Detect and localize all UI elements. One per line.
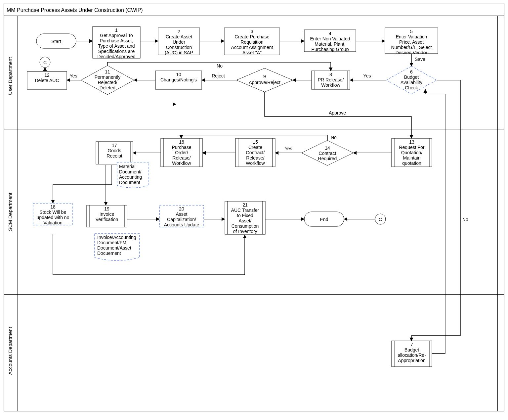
svg-text:No: No bbox=[462, 217, 468, 222]
node-14: 14 Contract Required bbox=[302, 140, 353, 165]
svg-text:of Inventory: of Inventory bbox=[233, 229, 257, 234]
note-invoice-document: Invoice/Accounting Document/FM Document/… bbox=[95, 234, 140, 260]
svg-text:Under: Under bbox=[173, 39, 185, 45]
svg-text:updated with no: updated with no bbox=[37, 215, 69, 220]
svg-text:Approve: Approve bbox=[329, 110, 346, 116]
svg-text:Asset/: Asset/ bbox=[239, 218, 252, 223]
svg-text:1: 1 bbox=[115, 27, 118, 33]
svg-text:Required: Required bbox=[318, 156, 337, 161]
svg-text:Appropriation: Appropriation bbox=[398, 358, 425, 363]
svg-text:Permanently: Permanently bbox=[95, 74, 121, 80]
svg-text:Enter Non Valuated: Enter Non Valuated bbox=[310, 36, 350, 41]
svg-text:Construction: Construction bbox=[166, 45, 192, 50]
lane-accounts-label: Accounts Department bbox=[7, 327, 13, 375]
svg-text:Budget: Budget bbox=[404, 347, 419, 352]
node-13: 13Request ForQuotation/Maintainquotation bbox=[392, 138, 432, 167]
svg-text:AUC Transfer: AUC Transfer bbox=[231, 208, 259, 213]
svg-text:Create: Create bbox=[248, 145, 262, 150]
node-21: 21AUC Transferto FixedAsset/Consumptiono… bbox=[225, 201, 265, 234]
node-7: 7Budgetallocation/Re-Appropriation bbox=[392, 341, 432, 367]
lane-user-label: User Department bbox=[7, 57, 13, 95]
node-8: 8PR Release/Workflow bbox=[312, 71, 350, 89]
node-start: Start bbox=[36, 34, 76, 48]
svg-text:4: 4 bbox=[329, 31, 331, 36]
svg-text:Enter Valuation: Enter Valuation bbox=[396, 34, 427, 39]
svg-text:PR Release/: PR Release/ bbox=[318, 77, 344, 82]
svg-text:Release/: Release/ bbox=[246, 155, 264, 161]
svg-text:Yes: Yes bbox=[363, 73, 371, 78]
svg-text:19: 19 bbox=[104, 206, 109, 211]
connector-c-scm: C bbox=[375, 214, 386, 224]
svg-text:Yes: Yes bbox=[70, 73, 77, 78]
svg-text:Number/G/L, Select: Number/G/L, Select bbox=[391, 45, 432, 50]
node-10: 10Changes/Noting's bbox=[155, 71, 202, 89]
svg-text:Specifications are: Specifications are bbox=[98, 49, 135, 54]
svg-text:Reject: Reject bbox=[212, 73, 225, 78]
svg-text:Request For: Request For bbox=[399, 145, 424, 150]
node-17: 17GoodsReceipt bbox=[96, 142, 133, 164]
svg-text:15: 15 bbox=[253, 139, 258, 145]
connector-c-top: C bbox=[40, 57, 50, 68]
svg-text:Document/FM: Document/FM bbox=[97, 240, 126, 245]
svg-text:Goods: Goods bbox=[107, 148, 121, 153]
svg-text:Purchasing Group: Purchasing Group bbox=[312, 47, 349, 52]
svg-text:Asset "A": Asset "A" bbox=[242, 50, 262, 55]
node-12: 12Delete AUC bbox=[27, 71, 67, 89]
svg-text:Consumption: Consumption bbox=[232, 223, 259, 229]
svg-text:Material: Material bbox=[119, 164, 136, 169]
svg-text:Release/: Release/ bbox=[172, 155, 190, 161]
svg-text:Quotation/: Quotation/ bbox=[401, 150, 423, 155]
svg-text:C: C bbox=[379, 217, 382, 222]
svg-text:Start: Start bbox=[51, 39, 61, 44]
svg-text:Decided/Approved: Decided/Approved bbox=[97, 54, 135, 59]
svg-text:Get Approval To: Get Approval To bbox=[100, 33, 133, 38]
svg-text:Invoice: Invoice bbox=[100, 211, 114, 217]
svg-text:Document/Asset: Document/Asset bbox=[97, 245, 131, 251]
svg-text:7: 7 bbox=[410, 342, 413, 347]
node-15: 15CreateContract/Release/Workflow bbox=[235, 138, 275, 167]
node-6: 6 Budget Availability Check bbox=[386, 66, 437, 94]
svg-text:2: 2 bbox=[178, 29, 180, 34]
svg-text:to Fixed: to Fixed bbox=[237, 213, 253, 218]
svg-text:Changes/Noting's: Changes/Noting's bbox=[160, 77, 197, 82]
svg-text:Material, Plant,: Material, Plant, bbox=[315, 41, 345, 47]
node-2: 2Create AssetUnderConstruction(AUC) in S… bbox=[158, 28, 200, 55]
svg-text:8: 8 bbox=[329, 72, 332, 77]
svg-text:End: End bbox=[320, 217, 328, 222]
decoration-triangle bbox=[173, 103, 176, 106]
svg-text:C: C bbox=[43, 60, 47, 65]
svg-text:Workflow: Workflow bbox=[246, 161, 265, 166]
svg-text:21: 21 bbox=[242, 202, 248, 208]
svg-text:6: 6 bbox=[410, 69, 413, 74]
svg-text:Create Purchase: Create Purchase bbox=[234, 34, 269, 39]
svg-text:Rejected/: Rejected/ bbox=[98, 80, 117, 85]
svg-text:12: 12 bbox=[44, 72, 50, 78]
node-1: 1Get Approval ToPurchase Asset,Type of A… bbox=[93, 26, 140, 59]
svg-text:Capitalization/: Capitalization/ bbox=[167, 217, 196, 222]
lane-scm-label: SCM Department bbox=[7, 192, 13, 231]
svg-text:Document/: Document/ bbox=[119, 169, 142, 174]
svg-text:11: 11 bbox=[105, 69, 110, 74]
svg-text:Purchase Asset,: Purchase Asset, bbox=[100, 38, 133, 43]
svg-text:Purchase: Purchase bbox=[172, 145, 191, 150]
svg-text:Delete AUC: Delete AUC bbox=[35, 78, 59, 83]
svg-text:Price, Asset: Price, Asset bbox=[399, 39, 424, 45]
svg-text:Availability: Availability bbox=[401, 80, 422, 85]
svg-text:quotation: quotation bbox=[402, 161, 421, 166]
svg-text:Order/: Order/ bbox=[175, 150, 188, 155]
node-11: 11 Permanently Rejected/ Deleted bbox=[81, 66, 134, 95]
svg-text:13: 13 bbox=[409, 139, 414, 145]
svg-text:Save: Save bbox=[415, 57, 425, 62]
svg-text:Valuation: Valuation bbox=[43, 220, 62, 225]
node-end: End bbox=[304, 212, 344, 226]
swimlane-diagram: MM Purchase Process Assets Under Constru… bbox=[0, 0, 508, 420]
diagram-title: MM Purchase Process Assets Under Constru… bbox=[7, 7, 143, 13]
svg-text:Deleted: Deleted bbox=[100, 85, 115, 90]
svg-text:14: 14 bbox=[325, 145, 330, 151]
svg-text:16: 16 bbox=[179, 139, 184, 145]
svg-text:18: 18 bbox=[50, 204, 56, 210]
node-20: 20AssetCapitalization/Accounts Update bbox=[159, 205, 204, 227]
svg-text:Check: Check bbox=[405, 85, 418, 90]
node-3: 3Create PurchaseRequisitionAccount Assig… bbox=[224, 28, 280, 55]
svg-text:(AUC) in SAP: (AUC) in SAP bbox=[165, 50, 193, 55]
